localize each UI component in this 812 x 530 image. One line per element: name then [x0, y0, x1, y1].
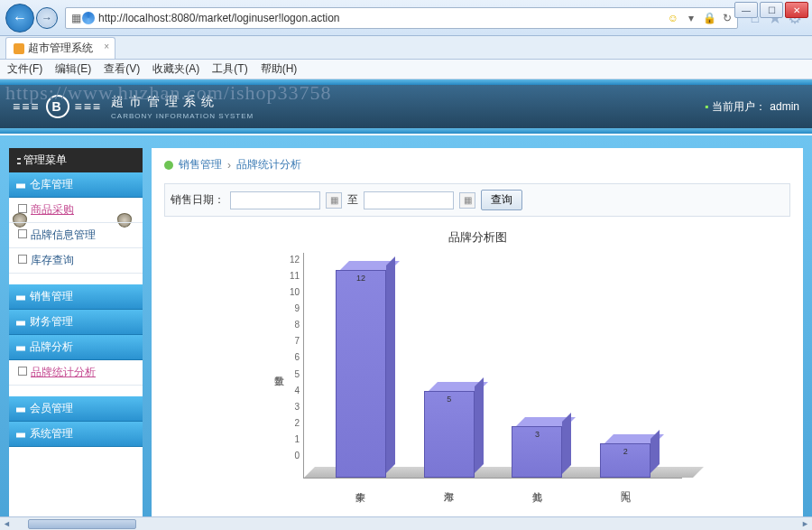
window-maximize-button[interactable]: ☐ — [760, 2, 783, 18]
ytick: 8 — [295, 320, 300, 330]
ytick: 2 — [295, 418, 300, 428]
url-input[interactable] — [98, 12, 667, 24]
calendar-from-icon[interactable]: ▦ — [326, 192, 342, 209]
main-content: 销售管理 › 品牌统计分析 销售日期： ▦ 至 ▦ 查询 品牌分析图 数量 12… — [152, 148, 803, 516]
breadcrumb-a[interactable]: 销售管理 — [179, 157, 222, 172]
current-user: 当前用户： admin — [705, 99, 799, 115]
lock-icon: 🔒 — [703, 12, 715, 24]
ytick: 9 — [295, 303, 300, 313]
breadcrumb-b[interactable]: 品牌统计分析 — [236, 157, 301, 172]
app-header: ≡≡≡ B ≡≡≡ 超市管理系统 CARBONY INFORMATION SYS… — [0, 85, 812, 128]
chart-bar: 2 — [600, 443, 651, 478]
menu-file[interactable]: 文件(F) — [7, 61, 42, 77]
sidebar-title: 管理菜单 — [9, 148, 143, 172]
menu-edit[interactable]: 编辑(E) — [55, 61, 91, 77]
logo-badge: B — [46, 95, 69, 118]
tab-title: 超市管理系统 — [28, 41, 93, 56]
menu-bar: 文件(F) 编辑(E) 查看(V) 收藏夹(A) 工具(T) 帮助(H) — [0, 60, 812, 79]
ytick: 0 — [295, 451, 300, 460]
sidebar-item-brand-stats[interactable]: 品牌统计分析 — [9, 360, 143, 386]
shield-icon: ▦ — [69, 12, 82, 24]
ytick: 11 — [290, 271, 300, 281]
logo: ≡≡≡ B ≡≡≡ — [13, 95, 102, 118]
browser-toolbar: ← → ▦ ☺ ▾ 🔒 ↻ ⌂ ★ ⚙ — [0, 0, 812, 36]
sidebar-head-warehouse[interactable]: 仓库管理 — [9, 172, 143, 198]
sidebar-head-brand-analysis[interactable]: 品牌分析 — [9, 335, 143, 360]
chart-bar: 12 — [336, 270, 386, 478]
app-container: https://www.huzhan.com/ishop33758 ≡≡≡ B … — [0, 79, 812, 516]
chart-yaxis: 1211109876543210 — [290, 253, 303, 479]
sidebar-item-brand-info[interactable]: 品牌信息管理 — [9, 223, 143, 248]
sidebar-item-purchase[interactable]: 商品采购 — [9, 198, 143, 223]
horizontal-scrollbar[interactable]: ◄ ► — [0, 516, 812, 530]
filter-label: 销售日期： — [171, 192, 225, 208]
ytick: 12 — [290, 255, 300, 265]
sidebar-head-finance[interactable]: 财务管理 — [9, 310, 143, 335]
sidebar-item-stock-query[interactable]: 库存查询 — [9, 248, 143, 274]
sidebar: 管理菜单 仓库管理 商品采购 品牌信息管理 库存查询 销售管理 财务管理 品牌分… — [9, 148, 143, 516]
breadcrumb-dot-icon — [164, 161, 173, 170]
back-button[interactable]: ← — [5, 4, 34, 33]
app-title: 超市管理系统 — [111, 94, 254, 110]
ytick: 7 — [295, 336, 300, 346]
breadcrumb: 销售管理 › 品牌统计分析 — [164, 157, 790, 172]
ytick: 1 — [295, 434, 300, 444]
menu-tools[interactable]: 工具(T) — [212, 61, 247, 77]
scroll-left-arrow[interactable]: ◄ — [0, 517, 14, 531]
sidebar-head-system[interactable]: 系统管理 — [9, 422, 143, 447]
sidebar-head-sales[interactable]: 销售管理 — [9, 284, 143, 310]
window-minimize-button[interactable]: — — [734, 2, 758, 18]
chart-xaxis: 蒙牛海尔其他九阳 — [303, 479, 682, 484]
chart-container: 品牌分析图 数量 1211109876543210 12532 蒙牛海尔其他九阳 — [164, 229, 790, 484]
breadcrumb-separator: › — [227, 159, 231, 172]
calendar-to-icon[interactable]: ▦ — [459, 192, 475, 209]
app-subtitle: CARBONY INFORMATION SYSTEM — [111, 112, 254, 120]
ytick: 5 — [295, 369, 300, 379]
refresh-icon[interactable]: ↻ — [721, 12, 734, 24]
date-from-input[interactable] — [230, 191, 320, 209]
filter-bar: 销售日期： ▦ 至 ▦ 查询 — [164, 183, 790, 217]
sidebar-head-members[interactable]: 会员管理 — [9, 396, 143, 422]
filter-to-label: 至 — [347, 192, 358, 208]
forward-button[interactable]: → — [36, 7, 58, 29]
tab-strip: 超市管理系统 × — [0, 36, 812, 60]
query-button[interactable]: 查询 — [481, 190, 522, 210]
page-icon — [14, 43, 24, 54]
menu-favorites[interactable]: 收藏夹(A) — [152, 61, 199, 77]
ytick: 6 — [295, 352, 300, 362]
menu-view[interactable]: 查看(V) — [104, 61, 140, 77]
scroll-thumb[interactable] — [28, 519, 136, 529]
scroll-right-arrow[interactable]: ► — [798, 517, 812, 531]
window-close-button[interactable]: ✕ — [785, 2, 808, 18]
address-bar[interactable]: ▦ ☺ ▾ 🔒 ↻ — [65, 7, 738, 29]
chart-title: 品牌分析图 — [164, 229, 790, 246]
ie-icon — [82, 12, 95, 24]
chart-bar: 5 — [424, 391, 475, 478]
menu-help[interactable]: 帮助(H) — [261, 61, 298, 77]
ytick: 4 — [295, 386, 300, 395]
ytick: 3 — [295, 402, 300, 412]
date-to-input[interactable] — [364, 191, 454, 209]
tab-close-icon[interactable]: × — [104, 42, 109, 51]
emoji-icon[interactable]: ☺ — [667, 12, 679, 24]
ytick: 10 — [290, 287, 300, 297]
dropdown-icon[interactable]: ▾ — [685, 12, 697, 24]
browser-tab[interactable]: 超市管理系统 × — [5, 37, 115, 59]
chart-plot-area: 12532 — [303, 253, 682, 479]
chart-bar: 3 — [512, 426, 562, 479]
